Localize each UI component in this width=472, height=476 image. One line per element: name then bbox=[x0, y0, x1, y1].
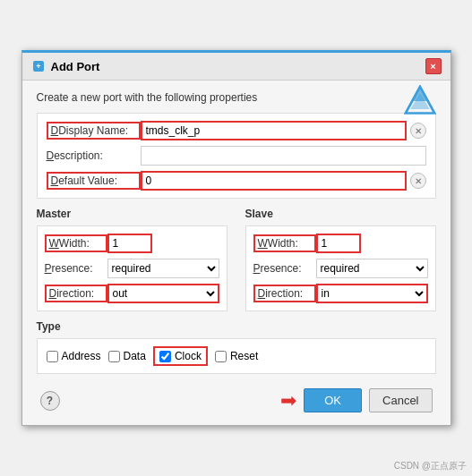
master-direction-select[interactable]: out in inout bbox=[107, 284, 219, 303]
slave-direction-row: Direction: in out inout bbox=[253, 284, 428, 303]
ok-button[interactable]: OK bbox=[304, 388, 362, 412]
logo-icon bbox=[404, 85, 436, 117]
master-width-input[interactable] bbox=[107, 234, 152, 253]
slave-width-label: WWidth: bbox=[253, 234, 316, 252]
type-title: Type bbox=[37, 320, 436, 333]
help-button[interactable]: ? bbox=[40, 391, 60, 411]
display-name-input-wrapper: ✕ bbox=[141, 121, 426, 140]
slave-title: Slave bbox=[245, 208, 436, 220]
btn-right: ➡ OK Cancel bbox=[280, 388, 432, 412]
default-value-input-wrapper: ✕ bbox=[141, 171, 426, 191]
main-form-section: DDisplay Name: ✕ Description: Default Va… bbox=[37, 113, 436, 199]
svg-marker-4 bbox=[412, 87, 428, 101]
type-data-label: Data bbox=[124, 350, 146, 362]
type-clock-checkbox[interactable] bbox=[159, 351, 171, 362]
dialog-title: Add Port bbox=[51, 60, 100, 73]
master-slave-wrapper: Master WWidth: Presence: bbox=[37, 208, 436, 311]
default-value-row: Default Value: ✕ bbox=[47, 171, 426, 191]
default-value-clear-button[interactable]: ✕ bbox=[410, 173, 426, 189]
cancel-button[interactable]: Cancel bbox=[369, 388, 432, 412]
master-width-row: WWidth: bbox=[45, 234, 219, 253]
master-direction-label: Direction: bbox=[45, 285, 107, 302]
watermark: CSDN @正点原子 bbox=[394, 460, 467, 472]
title-bar-left: + Add Port bbox=[31, 59, 100, 73]
master-form: WWidth: Presence: required optional bbox=[37, 225, 227, 311]
dialog-body: Create a new port with the following pro… bbox=[22, 81, 451, 425]
type-reset-item: Reset bbox=[215, 350, 258, 362]
display-name-row: DDisplay Name: ✕ bbox=[47, 121, 426, 140]
master-presence-select[interactable]: required optional bbox=[107, 259, 219, 278]
slave-width-input[interactable] bbox=[316, 234, 361, 253]
display-name-clear-button[interactable]: ✕ bbox=[410, 123, 426, 139]
display-name-label: DDisplay Name: bbox=[47, 122, 141, 140]
slave-direction-select[interactable]: in out inout bbox=[316, 284, 428, 303]
master-presence-row: Presence: required optional bbox=[45, 259, 219, 278]
arrow-wrapper: ➡ bbox=[280, 389, 296, 412]
type-data-item: Data bbox=[108, 350, 146, 362]
slave-section: Slave WWidth: Presence: bbox=[245, 208, 436, 311]
type-clock-label: Clock bbox=[175, 350, 202, 362]
slave-presence-label: Presence: bbox=[253, 262, 316, 275]
description-input[interactable] bbox=[141, 146, 426, 166]
master-width-label: WWidth: bbox=[45, 234, 107, 252]
button-row: ? ➡ OK Cancel bbox=[37, 383, 436, 416]
master-title: Master bbox=[37, 208, 227, 220]
type-address-label: Address bbox=[62, 350, 101, 362]
type-section: Type Address Data Clock bbox=[37, 320, 436, 374]
type-reset-checkbox[interactable] bbox=[215, 351, 227, 362]
type-reset-label: Reset bbox=[230, 350, 258, 362]
add-port-dialog: + Add Port × Create a new port with the … bbox=[21, 50, 451, 426]
arrow-icon: ➡ bbox=[280, 389, 296, 412]
type-row: Address Data Clock Reset bbox=[37, 338, 436, 374]
master-presence-label: Presence: bbox=[45, 262, 107, 275]
default-value-label: Default Value: bbox=[47, 172, 141, 190]
slave-width-row: WWidth: bbox=[253, 234, 428, 253]
title-bar: + Add Port × bbox=[22, 53, 451, 81]
type-data-checkbox[interactable] bbox=[108, 351, 120, 362]
description-label: Description: bbox=[47, 149, 141, 162]
logo-area bbox=[404, 85, 436, 120]
description-row: Description: bbox=[47, 146, 426, 166]
slave-presence-row: Presence: required optional bbox=[253, 259, 428, 278]
svg-text:+: + bbox=[36, 62, 40, 71]
close-button[interactable]: × bbox=[425, 58, 442, 74]
slave-direction-label: Direction: bbox=[253, 285, 316, 302]
master-section: Master WWidth: Presence: bbox=[37, 208, 227, 311]
default-value-input[interactable] bbox=[141, 171, 407, 191]
master-direction-row: Direction: out in inout bbox=[45, 284, 219, 303]
slave-presence-select[interactable]: required optional bbox=[316, 259, 428, 278]
slave-form: WWidth: Presence: required optional bbox=[245, 225, 436, 311]
dialog-icon: + bbox=[31, 59, 46, 73]
type-address-checkbox[interactable] bbox=[47, 351, 58, 362]
display-name-input[interactable] bbox=[141, 121, 407, 140]
type-address-item: Address bbox=[47, 350, 101, 362]
type-clock-item: Clock bbox=[153, 346, 208, 366]
subtitle: Create a new port with the following pro… bbox=[37, 91, 436, 104]
